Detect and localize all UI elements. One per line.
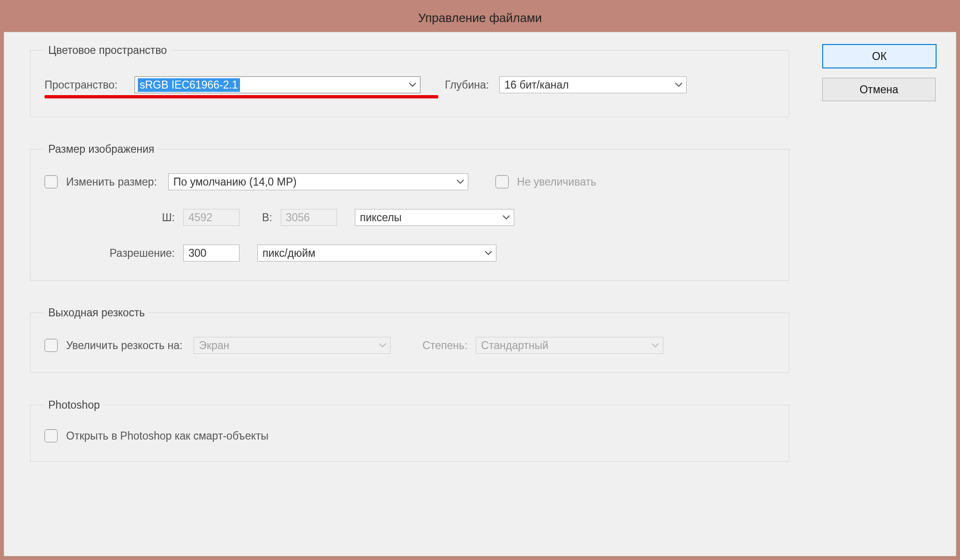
resize-preset-select[interactable]: По умолчанию (14,0 MP) bbox=[168, 173, 468, 190]
chevron-down-icon bbox=[652, 343, 659, 348]
no-upscale-checkbox[interactable] bbox=[495, 175, 509, 188]
resize-preset-value: По умолчанию (14,0 MP) bbox=[173, 176, 297, 188]
group-image-size: Размер изображения Изменить размер: По у… bbox=[30, 143, 789, 281]
chevron-down-icon bbox=[502, 215, 510, 220]
group-photoshop-legend: Photoshop bbox=[45, 399, 104, 411]
group-color-space: Цветовое пространство Пространство: sRGB… bbox=[30, 44, 789, 117]
sharpen-for-label: Увеличить резкость на: bbox=[66, 339, 182, 352]
open-smart-object-label: Открыть в Photoshop как смарт-объекты bbox=[66, 430, 269, 442]
sharpen-target-value: Экран bbox=[199, 339, 229, 352]
group-output-sharpening: Выходная резкость Увеличить резкость на:… bbox=[30, 306, 789, 373]
chevron-down-icon bbox=[409, 82, 416, 87]
bit-depth-select[interactable]: 16 бит/канал bbox=[499, 76, 687, 93]
ok-button[interactable]: ОК bbox=[822, 44, 937, 68]
group-output-sharpening-legend: Выходная резкость bbox=[45, 306, 149, 319]
sharpen-amount-value: Стандартный bbox=[481, 339, 548, 352]
cancel-button[interactable]: Отмена bbox=[822, 78, 936, 101]
chevron-down-icon bbox=[485, 251, 492, 255]
height-input[interactable] bbox=[281, 209, 337, 226]
sharpen-target-select[interactable]: Экран bbox=[194, 337, 390, 354]
size-unit-select[interactable]: пикселы bbox=[355, 209, 514, 226]
bit-depth-label: Глубина: bbox=[445, 79, 489, 91]
group-image-size-legend: Размер изображения bbox=[45, 143, 158, 156]
dialog-body: Цветовое пространство Пространство: sRGB… bbox=[4, 32, 956, 556]
color-space-select[interactable]: sRGB IEC61966-2.1 bbox=[135, 76, 420, 93]
width-input[interactable] bbox=[183, 209, 240, 226]
sharpen-checkbox[interactable] bbox=[45, 339, 58, 352]
sharpen-amount-label: Степень: bbox=[422, 339, 467, 352]
chevron-down-icon bbox=[457, 179, 464, 184]
open-smart-object-checkbox[interactable] bbox=[45, 429, 58, 442]
resolution-unit-value: пикс/дюйм bbox=[262, 247, 315, 260]
bit-depth-value: 16 бит/канал bbox=[504, 79, 569, 91]
no-upscale-label: Не увеличивать bbox=[517, 176, 596, 188]
size-unit-value: пикселы bbox=[360, 211, 402, 224]
group-color-space-legend: Цветовое пространство bbox=[45, 44, 171, 57]
resolution-label: Разрешение: bbox=[45, 247, 175, 260]
chevron-down-icon bbox=[675, 82, 682, 87]
height-label: В: bbox=[262, 211, 272, 224]
sharpen-amount-select[interactable]: Стандартный bbox=[476, 337, 663, 354]
resolution-unit-select[interactable]: пикс/дюйм bbox=[257, 245, 496, 261]
width-label: Ш: bbox=[45, 211, 175, 224]
chevron-down-icon bbox=[379, 343, 386, 348]
resolution-input[interactable] bbox=[183, 245, 240, 261]
resize-checkbox[interactable] bbox=[45, 175, 58, 188]
annotation-red-underline bbox=[45, 95, 438, 98]
resize-label: Изменить размер: bbox=[66, 176, 157, 188]
window-title: Управление файлами bbox=[4, 4, 956, 32]
color-space-value: sRGB IEC61966-2.1 bbox=[138, 78, 240, 92]
group-photoshop: Photoshop Открыть в Photoshop как смарт-… bbox=[30, 399, 789, 462]
color-space-label: Пространство: bbox=[45, 79, 124, 91]
